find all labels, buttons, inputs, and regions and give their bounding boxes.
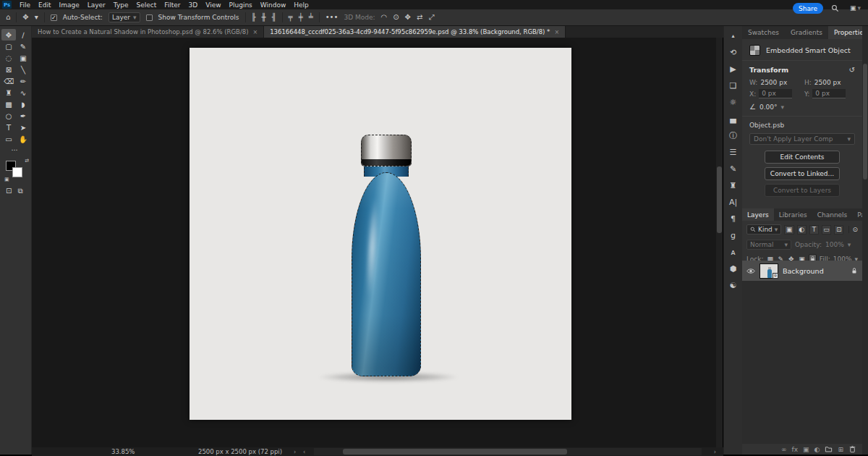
3d-panel-icon[interactable]: ⬢: [727, 263, 740, 274]
default-colors-icon[interactable]: ▣: [4, 177, 9, 182]
menu-select[interactable]: Select: [136, 1, 156, 9]
show-transform-checkbox[interactable]: [146, 14, 153, 21]
chevron-down-icon[interactable]: ▾: [781, 104, 785, 111]
3d-roll-icon[interactable]: ⊙: [393, 14, 399, 21]
notes-icon[interactable]: ❏: [727, 80, 740, 90]
width-value[interactable]: 2500 px: [760, 79, 787, 86]
align-middle-icon[interactable]: ╪: [299, 14, 303, 21]
actions-icon[interactable]: ▶: [727, 64, 740, 74]
eyedropper-tool[interactable]: ╲: [16, 64, 30, 75]
layer-row-background[interactable]: ⧉ Background: [742, 261, 862, 281]
tab-libraries[interactable]: Libraries: [774, 208, 812, 221]
status-next-icon[interactable]: ›: [294, 449, 296, 455]
visibility-eye-icon[interactable]: [746, 268, 755, 274]
share-button[interactable]: Share: [793, 3, 823, 14]
align-bottom-icon[interactable]: ╧: [309, 14, 313, 21]
canvas-horizontal-scrollbar[interactable]: [314, 448, 702, 455]
panel-scrollbar[interactable]: [862, 26, 868, 455]
hand-tool[interactable]: ✋: [16, 133, 30, 145]
quick-selection-tool[interactable]: ∕: [16, 29, 30, 41]
type-tool[interactable]: T: [1, 122, 16, 133]
convert-to-linked-button[interactable]: Convert to Linked...: [765, 167, 840, 180]
align-top-icon[interactable]: ╤: [289, 14, 293, 21]
menu-type[interactable]: Type: [114, 1, 129, 9]
filter-pixel-icon[interactable]: ▣: [784, 225, 793, 235]
close-icon[interactable]: ×: [253, 29, 258, 35]
menu-layer[interactable]: Layer: [88, 1, 106, 9]
blur-tool[interactable]: ◗: [16, 98, 30, 110]
layer-effects-icon[interactable]: fx: [792, 446, 799, 453]
layer-mask-icon[interactable]: ▣: [803, 446, 809, 453]
quick-mask-icon[interactable]: ⊡: [6, 187, 12, 195]
filter-smart-object-icon[interactable]: ⊡: [834, 225, 843, 235]
angle-value[interactable]: 0.00°: [760, 104, 778, 111]
frame-tool[interactable]: ▣: [16, 52, 30, 64]
clone-source-icon[interactable]: ♜: [727, 180, 740, 190]
brush-tool[interactable]: ✎: [16, 41, 30, 52]
filter-type-icon[interactable]: T: [809, 225, 819, 235]
edit-toolbar-icon[interactable]: ⋯: [0, 145, 29, 155]
info-icon[interactable]: ⓘ: [727, 130, 740, 140]
menu-view[interactable]: View: [205, 1, 221, 9]
dodge-tool[interactable]: ○: [1, 110, 16, 122]
rectangle-tool[interactable]: ▭: [1, 133, 16, 145]
document-artboard[interactable]: [190, 48, 571, 420]
screen-mode-icon[interactable]: ⧉: [17, 187, 22, 195]
move-tool-icon[interactable]: ✥: [22, 14, 28, 21]
link-layers-icon[interactable]: ∞: [781, 446, 787, 453]
menu-window[interactable]: Window: [260, 1, 286, 9]
3d-orbit-icon[interactable]: ◠: [380, 14, 387, 21]
y-field[interactable]: 0 px: [812, 89, 846, 98]
tab-swatches[interactable]: Swatches: [742, 26, 785, 39]
menu-edit[interactable]: Edit: [38, 1, 51, 9]
eraser-tool[interactable]: ⌫: [1, 75, 16, 87]
brush-settings-icon[interactable]: ✎: [727, 164, 740, 174]
lasso-tool[interactable]: ◌: [1, 52, 16, 64]
properties-icon[interactable]: ☰: [727, 147, 740, 157]
pen-tool[interactable]: ✒: [16, 110, 30, 122]
adjustment-layer-icon[interactable]: ◐: [814, 446, 820, 453]
filter-adjustment-icon[interactable]: ◐: [797, 225, 807, 235]
layer-name[interactable]: Background: [783, 267, 824, 275]
scrollbar-thumb[interactable]: [343, 449, 567, 455]
new-layer-icon[interactable]: ⊞: [838, 446, 843, 453]
object-selection-tool[interactable]: ⊠: [1, 64, 16, 75]
character-styles-icon[interactable]: ᴀ: [727, 247, 740, 257]
clone-stamp-tool[interactable]: ♜: [1, 87, 16, 98]
menu-file[interactable]: File: [20, 1, 30, 9]
histogram-icon[interactable]: ▄: [727, 114, 740, 124]
align-right-icon[interactable]: ╢: [272, 14, 276, 21]
document-tab-inactive[interactable]: How to Create a Natural Shadow in Photos…: [32, 26, 264, 38]
new-group-icon[interactable]: [825, 445, 833, 453]
layer-comp-dropdown[interactable]: Don't Apply Layer Comp ▾: [749, 133, 855, 145]
status-prev-icon[interactable]: ‹: [303, 449, 305, 455]
filter-toggle-icon[interactable]: ⊙: [848, 226, 858, 233]
x-field[interactable]: 0 px: [759, 89, 792, 98]
more-options-icon[interactable]: •••: [326, 14, 339, 21]
paragraph-icon[interactable]: ¶: [727, 214, 740, 224]
tab-gradients[interactable]: Gradients: [785, 26, 828, 39]
menu-plugins[interactable]: Plugins: [229, 1, 252, 9]
glyphs-icon[interactable]: ɡ: [727, 230, 740, 240]
align-left-icon[interactable]: ╟: [252, 14, 256, 21]
color-wheel-icon[interactable]: ☯: [727, 280, 740, 290]
chevron-down-icon[interactable]: ▾: [848, 241, 851, 248]
path-selection-tool[interactable]: ➤: [16, 122, 30, 133]
auto-select-dropdown[interactable]: Layer ▾: [109, 12, 140, 22]
delete-layer-icon[interactable]: [848, 445, 856, 453]
3d-pan-icon[interactable]: ✥: [405, 14, 411, 21]
opacity-value[interactable]: 100%: [825, 241, 844, 248]
adjustments-icon[interactable]: ☼: [727, 97, 740, 107]
smudge-tool[interactable]: ∿: [16, 87, 30, 98]
menu-image[interactable]: Image: [59, 1, 80, 9]
kind-filter-dropdown[interactable]: Kind ▾: [746, 224, 781, 235]
scroll-right-icon[interactable]: ›: [714, 449, 716, 455]
menu-help[interactable]: Help: [294, 1, 309, 9]
edit-contents-button[interactable]: Edit Contents: [765, 151, 840, 164]
background-color[interactable]: [12, 167, 22, 177]
workspace-switcher[interactable]: ▣ ▾: [850, 4, 861, 12]
menu-filter[interactable]: Filter: [164, 1, 180, 9]
home-icon[interactable]: ⌂: [6, 14, 10, 21]
height-value[interactable]: 2500 px: [814, 79, 841, 86]
tab-channels[interactable]: Channels: [812, 208, 853, 221]
